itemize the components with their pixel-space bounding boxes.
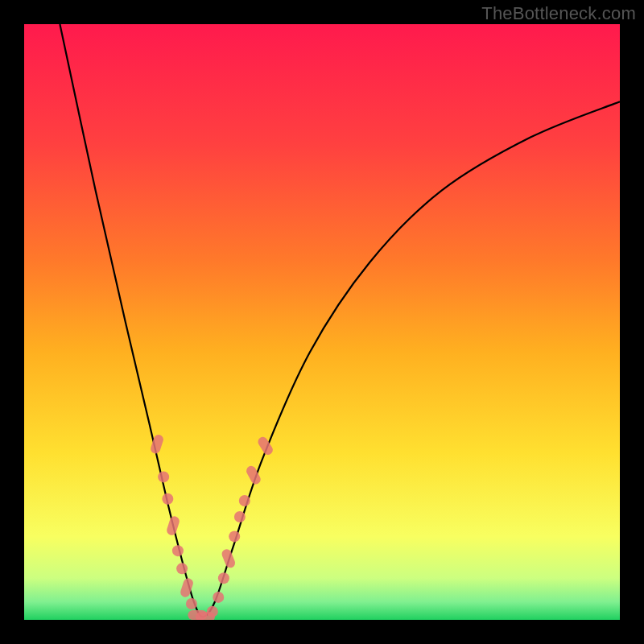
curve-layer (24, 24, 620, 620)
chart-frame: TheBottleneck.com (0, 0, 644, 644)
marker-dot (239, 495, 250, 506)
marker-dot (172, 545, 184, 556)
marker-dot (234, 511, 246, 522)
plot-area (24, 24, 620, 620)
watermark-text: TheBottleneck.com (481, 3, 636, 24)
marker-dot (229, 530, 240, 542)
marker-dot (207, 606, 218, 617)
marker-capsule (256, 436, 275, 457)
marker-dot (158, 471, 169, 482)
marker-capsule (221, 547, 237, 569)
marker-dot (213, 592, 224, 603)
marker-capsule (166, 515, 181, 537)
marker-dot (162, 493, 173, 505)
marker-dot (218, 572, 229, 584)
marker-dot (176, 563, 188, 574)
data-markers (150, 433, 275, 620)
marker-dot (186, 598, 197, 609)
bottleneck-curve (60, 24, 620, 617)
